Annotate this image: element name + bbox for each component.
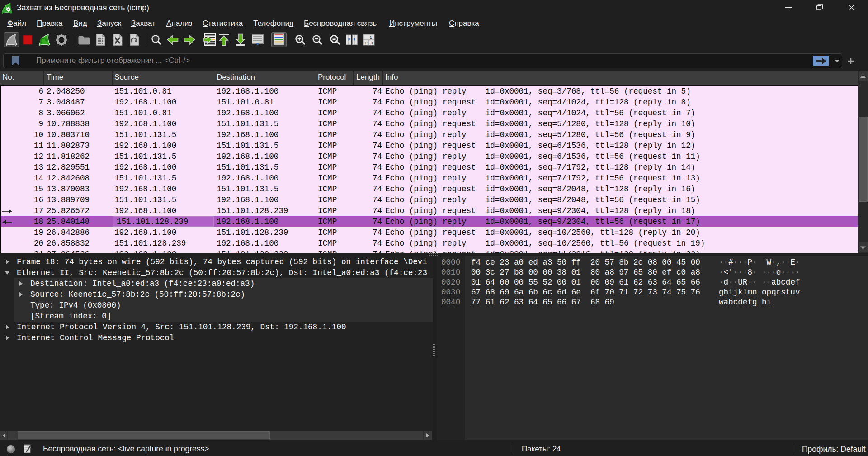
- svg-text:3: 3: [370, 41, 373, 45]
- svg-text:1: 1: [369, 35, 372, 40]
- svg-text:2: 2: [365, 41, 367, 45]
